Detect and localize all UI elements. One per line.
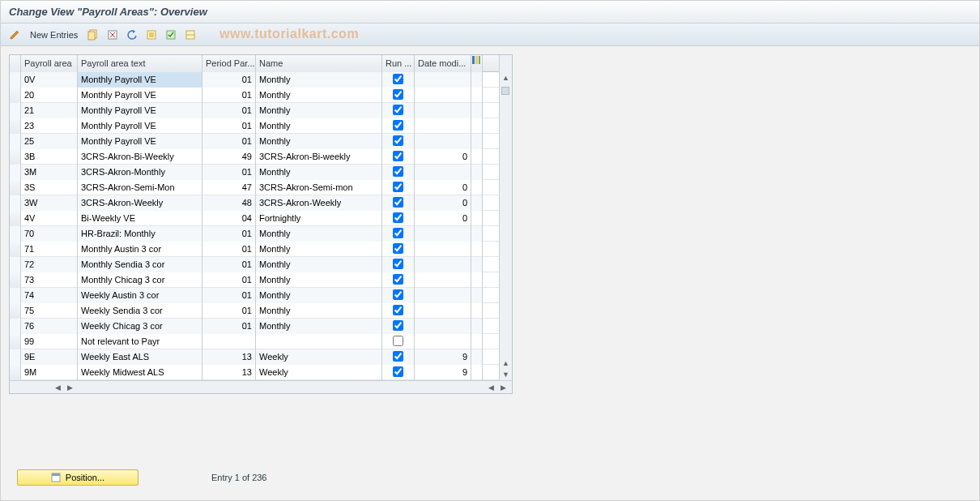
table-row[interactable]: 4VBi-Weekly VE04Fortnightly0: [10, 211, 499, 226]
cell-payroll-area-text[interactable]: Bi-Weekly VE: [78, 211, 202, 226]
select-all-icon[interactable]: [144, 28, 159, 42]
cell-name[interactable]: Monthly: [256, 242, 382, 257]
cell-period-parameter[interactable]: 01: [202, 319, 256, 334]
cell-date-modifier[interactable]: [415, 319, 471, 334]
deselect-all-icon[interactable]: [183, 28, 198, 42]
cell-payroll-area[interactable]: 72: [21, 257, 78, 272]
cell-payroll-area[interactable]: 4V: [21, 211, 78, 226]
toggle-edit-icon[interactable]: [7, 28, 22, 42]
table-row[interactable]: 9MWeekly Midwest ALS13Weekly9: [10, 365, 499, 380]
row-selector[interactable]: [10, 103, 21, 118]
cell-payroll-area-text[interactable]: Monthly Payroll VE: [78, 118, 202, 134]
cell-run-payroll[interactable]: [382, 134, 415, 149]
cell-payroll-area-text[interactable]: 3CRS-Akron-Monthly: [78, 165, 202, 180]
cell-date-modifier[interactable]: 0: [415, 180, 471, 195]
cell-run-payroll[interactable]: [382, 242, 415, 257]
row-selector[interactable]: [10, 165, 21, 180]
cell-name[interactable]: Monthly: [256, 303, 382, 319]
cell-payroll-area[interactable]: 3B: [21, 149, 78, 165]
cell-payroll-area[interactable]: 70: [21, 226, 78, 242]
scroll-down-icon[interactable]: ▼: [501, 369, 512, 380]
table-row[interactable]: 25Monthly Payroll VE01Monthly: [10, 134, 499, 149]
col-header-name[interactable]: Name: [256, 55, 382, 72]
cell-period-parameter[interactable]: 13: [202, 349, 256, 365]
run-payroll-checkbox[interactable]: [393, 197, 403, 208]
run-payroll-checkbox[interactable]: [393, 259, 403, 269]
cell-run-payroll[interactable]: [382, 257, 415, 272]
cell-payroll-area-text[interactable]: Monthly Payroll VE: [78, 72, 202, 88]
cell-date-modifier[interactable]: [415, 103, 471, 118]
cell-period-parameter[interactable]: 01: [202, 134, 256, 149]
row-selector[interactable]: [10, 211, 21, 226]
cell-name[interactable]: Monthly: [256, 257, 382, 272]
cell-payroll-area[interactable]: 25: [21, 134, 78, 149]
cell-payroll-area-text[interactable]: Weekly East ALS: [78, 349, 202, 365]
cell-payroll-area-text[interactable]: Weekly Sendia 3 cor: [78, 303, 202, 319]
vertical-scrollbar[interactable]: ▲ ▲ ▼: [499, 55, 512, 380]
cell-date-modifier[interactable]: 0: [415, 149, 471, 165]
scroll-thumb[interactable]: [501, 87, 509, 95]
cell-payroll-area[interactable]: 3W: [21, 195, 78, 211]
cell-payroll-area-text[interactable]: Weekly Midwest ALS: [78, 365, 202, 380]
run-payroll-checkbox[interactable]: [393, 366, 403, 377]
cell-date-modifier[interactable]: [415, 165, 471, 180]
row-selector[interactable]: [10, 88, 21, 103]
cell-name[interactable]: [256, 334, 382, 349]
row-selector[interactable]: [10, 180, 21, 195]
row-selector-header[interactable]: [10, 55, 21, 72]
row-selector[interactable]: [10, 149, 21, 165]
run-payroll-checkbox[interactable]: [393, 228, 403, 238]
cell-payroll-area[interactable]: 20: [21, 88, 78, 103]
table-row[interactable]: 21Monthly Payroll VE01Monthly: [10, 103, 499, 118]
run-payroll-checkbox[interactable]: [393, 135, 403, 146]
cell-date-modifier[interactable]: [415, 303, 471, 319]
table-row[interactable]: 23Monthly Payroll VE01Monthly: [10, 118, 499, 134]
cell-period-parameter[interactable]: 01: [202, 103, 256, 118]
cell-payroll-area-text[interactable]: HR-Brazil: Monthly: [78, 226, 202, 242]
table-row[interactable]: 9EWeekly East ALS13Weekly9: [10, 349, 499, 365]
cell-run-payroll[interactable]: [382, 165, 415, 180]
cell-payroll-area-text[interactable]: Monthly Austin 3 cor: [78, 242, 202, 257]
copy-as-icon[interactable]: [86, 28, 100, 42]
run-payroll-checkbox[interactable]: [393, 182, 403, 192]
cell-date-modifier[interactable]: 9: [415, 349, 471, 365]
table-row[interactable]: 3B3CRS-Akron-Bi-Weekly493CRS-Akron-Bi-we…: [10, 149, 499, 165]
table-row[interactable]: 71Monthly Austin 3 cor01Monthly: [10, 242, 499, 257]
cell-run-payroll[interactable]: [382, 195, 415, 211]
cell-run-payroll[interactable]: [382, 226, 415, 242]
col-header-payroll-area[interactable]: Payroll area: [21, 55, 78, 72]
cell-payroll-area-text[interactable]: Monthly Sendia 3 cor: [78, 257, 202, 272]
cell-run-payroll[interactable]: [382, 334, 415, 349]
cell-date-modifier[interactable]: [415, 288, 471, 303]
run-payroll-checkbox[interactable]: [393, 105, 403, 115]
cell-payroll-area[interactable]: 76: [21, 319, 78, 334]
cell-run-payroll[interactable]: [382, 72, 415, 88]
cell-period-parameter[interactable]: 01: [202, 88, 256, 103]
table-row[interactable]: 3S3CRS-Akron-Semi-Mon473CRS-Akron-Semi-m…: [10, 180, 499, 195]
cell-run-payroll[interactable]: [382, 118, 415, 134]
cell-payroll-area[interactable]: 74: [21, 288, 78, 303]
run-payroll-checkbox[interactable]: [393, 289, 403, 300]
row-selector[interactable]: [10, 272, 21, 288]
table-row[interactable]: 72Monthly Sendia 3 cor01Monthly: [10, 257, 499, 272]
hscroll-right-icon[interactable]: ▶: [64, 382, 75, 393]
cell-period-parameter[interactable]: [202, 334, 256, 349]
cell-period-parameter[interactable]: 01: [202, 118, 256, 134]
run-payroll-checkbox[interactable]: [393, 320, 403, 331]
cell-payroll-area[interactable]: 71: [21, 242, 78, 257]
cell-run-payroll[interactable]: [382, 88, 415, 103]
table-row[interactable]: 0VMonthly Payroll VE01Monthly: [10, 72, 499, 88]
table-row[interactable]: 70HR-Brazil: Monthly01Monthly: [10, 226, 499, 242]
row-selector[interactable]: [10, 195, 21, 211]
cell-payroll-area[interactable]: 99: [21, 334, 78, 349]
cell-period-parameter[interactable]: 48: [202, 195, 256, 211]
run-payroll-checkbox[interactable]: [393, 74, 403, 84]
cell-date-modifier[interactable]: 0: [415, 195, 471, 211]
cell-name[interactable]: 3CRS-Akron-Semi-mon: [256, 180, 382, 195]
cell-period-parameter[interactable]: 01: [202, 288, 256, 303]
run-payroll-checkbox[interactable]: [393, 166, 403, 177]
table-row[interactable]: 73Monthly Chicag 3 cor01Monthly: [10, 272, 499, 288]
table-row[interactable]: 20Monthly Payroll VE01Monthly: [10, 88, 499, 103]
col-header-period-parameter[interactable]: Period Par...: [202, 55, 256, 72]
hscroll-left-icon[interactable]: ◀: [52, 382, 63, 393]
